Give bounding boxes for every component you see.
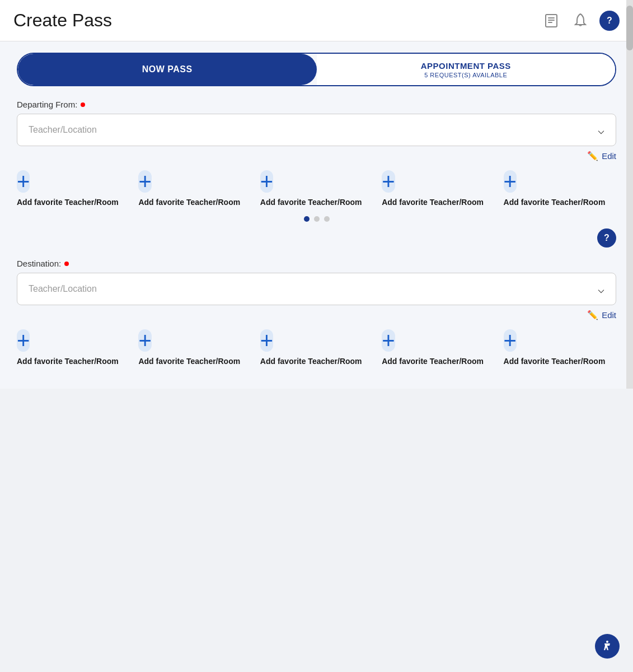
header: Create Pass ? [0,0,633,41]
departing-required-dot [81,102,85,107]
destination-add-card-1[interactable]: + [17,329,30,352]
destination-pencil-icon: ✏️ [587,310,598,320]
svg-rect-2 [548,20,555,21]
departing-pencil-icon: ✏️ [587,151,598,161]
departing-chevron-icon: ⌵ [598,123,604,137]
departing-add-card-3[interactable]: + [260,170,273,193]
departing-edit-link[interactable]: ✏️ Edit [17,151,616,161]
departing-add-card-4[interactable]: + [382,170,395,193]
departing-section: Departing From: Teacher/Location ⌵ ✏️ Ed… [17,100,616,248]
scrollbar-thumb[interactable] [626,6,633,50]
departing-add-card-1[interactable]: + [17,170,30,193]
content-area: NOW PASS APPOINTMENT PASS 5 REQUEST(S) A… [0,41,633,389]
departing-favorite-4: + Add favorite Teacher/Room [382,170,494,207]
page-title: Create Pass [13,10,112,31]
departing-favorite-2: + Add favorite Teacher/Room [138,170,251,207]
destination-favorite-5: + Add favorite Teacher/Room [504,329,616,366]
departing-label: Departing From: [17,100,616,109]
departing-favorite-5: + Add favorite Teacher/Room [504,170,616,207]
departing-favorite-3: + Add favorite Teacher/Room [260,170,373,207]
destination-edit-link[interactable]: ✏️ Edit [17,310,616,320]
destination-favorites-grid: + Add favorite Teacher/Room + Add favori… [17,329,616,366]
departing-add-card-5[interactable]: + [504,170,517,193]
destination-chevron-icon: ⌵ [598,282,604,296]
departing-pagination [17,216,616,222]
header-icons: ? [541,11,620,31]
destination-add-card-2[interactable]: + [138,329,151,352]
departing-dot-2[interactable] [314,216,320,222]
departing-favorite-1: + Add favorite Teacher/Room [17,170,129,207]
destination-favorite-4: + Add favorite Teacher/Room [382,329,494,366]
destination-favorite-2: + Add favorite Teacher/Room [138,329,251,366]
destination-favorite-3: + Add favorite Teacher/Room [260,329,373,366]
destination-add-card-3[interactable]: + [260,329,273,352]
departing-dot-3[interactable] [324,216,330,222]
departing-dot-1[interactable] [304,216,310,222]
destination-required-dot [64,262,69,266]
destination-add-card-5[interactable]: + [504,329,517,352]
departing-help-icon[interactable]: ? [597,228,616,248]
destination-label: Destination: [17,259,616,268]
scrollbar-track[interactable] [626,0,633,389]
page-wrapper: Create Pass ? [0,0,633,389]
now-pass-button[interactable]: NOW PASS [18,54,317,85]
destination-favorite-1: + Add favorite Teacher/Room [17,329,129,366]
destination-dropdown[interactable]: Teacher/Location ⌵ [17,273,616,305]
pass-toggle[interactable]: NOW PASS APPOINTMENT PASS 5 REQUEST(S) A… [17,53,616,86]
bell-icon[interactable] [570,11,590,31]
appointment-pass-button[interactable]: APPOINTMENT PASS 5 REQUEST(S) AVAILABLE [317,54,616,85]
destination-section: Destination: Teacher/Location ⌵ ✏️ Edit … [17,259,616,366]
departing-favorites-grid: + Add favorite Teacher/Room + Add favori… [17,170,616,207]
departing-add-card-2[interactable]: + [138,170,151,193]
svg-rect-1 [548,17,555,18]
article-icon[interactable] [541,11,561,31]
destination-add-card-4[interactable]: + [382,329,395,352]
help-icon-header[interactable]: ? [599,11,620,31]
svg-rect-3 [548,22,552,23]
departing-dropdown[interactable]: Teacher/Location ⌵ [17,114,616,146]
